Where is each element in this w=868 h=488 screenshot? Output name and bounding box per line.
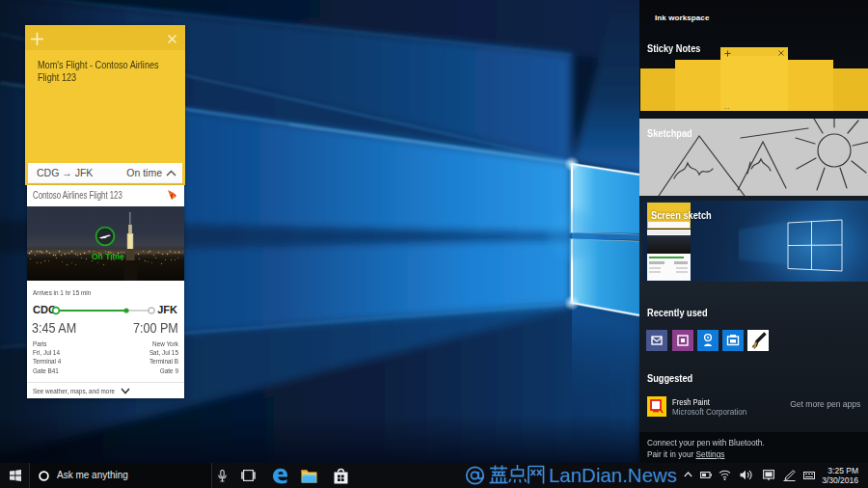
- svg-text:LanDian.News: LanDian.News: [549, 464, 677, 486]
